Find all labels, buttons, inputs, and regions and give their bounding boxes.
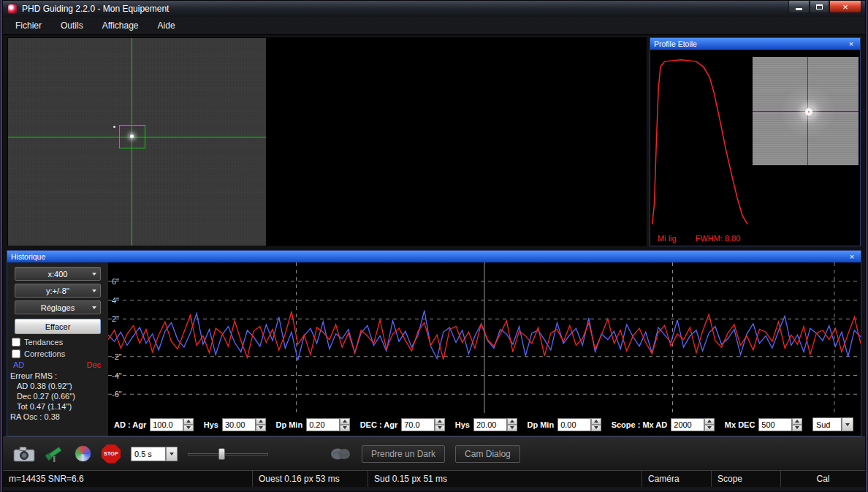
spin-up-button[interactable] xyxy=(507,418,517,425)
slider-thumb[interactable] xyxy=(218,448,225,460)
camera-frame[interactable] xyxy=(8,38,266,246)
slider-track xyxy=(188,453,268,455)
chevron-down-icon xyxy=(92,306,96,309)
tendances-checkbox[interactable] xyxy=(12,338,20,347)
spin-up-button[interactable] xyxy=(256,418,266,425)
spinner-value[interactable]: 500 xyxy=(758,418,792,431)
history-panel-titlebar[interactable]: Historique × xyxy=(7,251,861,262)
guide-star[interactable] xyxy=(130,135,134,138)
status-camera: Caméra xyxy=(642,471,712,487)
profile-panel: Profile Etoile × Mi lig FWHM: 8.80 xyxy=(650,37,861,246)
menu-fichier[interactable]: Fichier xyxy=(6,17,51,34)
param-label: Hys xyxy=(455,420,470,429)
menu-outils[interactable]: Outils xyxy=(51,17,93,34)
combo-dropdown-button[interactable] xyxy=(166,447,178,461)
spinner-value[interactable]: 30.00 xyxy=(222,418,256,431)
spin-up-button[interactable] xyxy=(704,418,715,425)
app-icon xyxy=(7,4,18,14)
camera-connect-button[interactable] xyxy=(13,446,35,462)
reglages-label: Réglages xyxy=(41,303,75,312)
dec-hys-spinner[interactable]: 20.00 xyxy=(473,418,517,431)
minimize-button[interactable] xyxy=(788,1,810,13)
x-scale-select[interactable]: x:400 xyxy=(15,267,101,281)
mx-dec-spinner[interactable]: 500 xyxy=(758,418,802,431)
spinner-value[interactable]: 100.0 xyxy=(150,418,183,431)
spin-up-button[interactable] xyxy=(792,418,802,425)
status-cal: Cal xyxy=(781,471,865,487)
history-panel: Historique × x:400 y:+/-8'' Réglages Eff xyxy=(7,250,861,436)
effacer-button[interactable]: Effacer xyxy=(15,319,101,334)
corrections-checkbox[interactable] xyxy=(12,349,20,358)
spin-down-button[interactable] xyxy=(591,425,601,431)
status-west: Ouest 0.16 px 53 ms xyxy=(253,471,368,487)
spinner-value[interactable]: 0.20 xyxy=(306,418,340,431)
chevron-down-icon xyxy=(92,273,96,276)
spin-down-button[interactable] xyxy=(792,425,802,431)
spin-up-button[interactable] xyxy=(435,418,445,425)
y-scale-select[interactable]: y:+/-8'' xyxy=(15,284,101,298)
close-button[interactable]: × xyxy=(829,1,861,13)
ad-dpmin-spinner[interactable]: 0.20 xyxy=(306,418,350,431)
maximize-button[interactable] xyxy=(810,1,829,13)
ad-agr-spinner[interactable]: 100.0 xyxy=(150,418,194,431)
mx-ad-spinner[interactable]: 2000 xyxy=(671,418,715,431)
guide-image-area[interactable] xyxy=(7,37,647,246)
telescope-connect-button[interactable] xyxy=(45,445,64,463)
y-scale-label: y:+/-8'' xyxy=(46,287,69,295)
cam-dialog-button[interactable]: Cam Dialog xyxy=(455,445,520,463)
spin-down-button[interactable] xyxy=(435,425,445,431)
spin-down-button[interactable] xyxy=(704,425,715,431)
spin-up-button[interactable] xyxy=(183,418,194,425)
guide-params-row: AD : Agr 100.0 Hys 30.00 xyxy=(108,413,861,436)
advanced-settings-button[interactable] xyxy=(330,447,351,461)
param-mx-ad: Scope : Mx AD 2000 xyxy=(612,418,715,431)
chevron-down-icon xyxy=(170,453,174,455)
cam-dialog-label: Cam Dialog xyxy=(465,449,511,459)
exposure-select[interactable]: 0.5 s xyxy=(131,447,178,461)
spinner-value[interactable]: 20.00 xyxy=(473,418,507,431)
corrections-label: Corrections xyxy=(24,349,65,358)
take-dark-button[interactable]: Prendre un Dark xyxy=(362,445,445,463)
reglages-select[interactable]: Réglages xyxy=(15,300,101,314)
gamma-slider[interactable] xyxy=(188,447,268,461)
ra-osc: RA Osc : 0.38 xyxy=(10,412,105,422)
menu-affichage[interactable]: Affichage xyxy=(93,17,148,34)
history-main: 6" 4" 2" -2" -4" -6" AD : Agr 100.0 xyxy=(108,262,861,436)
guide-button[interactable] xyxy=(75,445,91,462)
history-content: x:400 y:+/-8'' Réglages Effacer Tendance… xyxy=(7,262,861,436)
ad-hys-spinner[interactable]: 30.00 xyxy=(222,418,266,431)
spin-up-button[interactable] xyxy=(591,418,601,425)
brain-icon xyxy=(330,447,351,461)
history-panel-close-button[interactable]: × xyxy=(847,252,857,262)
status-star-stats: m=14435 SNR=6.6 xyxy=(3,471,253,487)
dec-agr-spinner[interactable]: 70.0 xyxy=(401,418,445,431)
dec-guide-mode-select[interactable]: Sud xyxy=(812,417,853,431)
spinner-value[interactable]: 0.00 xyxy=(557,418,591,431)
profile-panel-titlebar[interactable]: Profile Etoile × xyxy=(650,38,860,50)
spinner-value[interactable]: 70.0 xyxy=(401,418,435,431)
y-tick-n4: -4" xyxy=(112,371,122,380)
legend-dec: Dec xyxy=(86,360,101,369)
star-thumbnail xyxy=(753,57,859,165)
rms-title: Erreur RMS : xyxy=(10,371,105,381)
title-bar: PHD Guiding 2.2.0 - Mon Equipement × xyxy=(3,1,865,17)
history-panel-title: Historique xyxy=(11,252,847,261)
spin-down-button[interactable] xyxy=(340,425,350,431)
stop-button[interactable]: STOP xyxy=(102,444,121,463)
status-south: Sud 0.15 px 51 ms xyxy=(368,471,642,487)
corrections-row: Corrections xyxy=(12,349,104,358)
spin-down-button[interactable] xyxy=(507,425,517,431)
combo-dropdown-button[interactable] xyxy=(842,417,853,431)
effacer-label: Effacer xyxy=(45,322,71,331)
spin-down-button[interactable] xyxy=(183,425,194,431)
profile-panel-close-button[interactable]: × xyxy=(846,39,856,49)
menu-aide[interactable]: Aide xyxy=(148,17,185,34)
dec-dpmin-spinner[interactable]: 0.00 xyxy=(557,418,601,431)
param-ad-hys: Hys 30.00 xyxy=(204,418,266,431)
spin-up-button[interactable] xyxy=(340,418,350,425)
param-label: DEC : Agr xyxy=(360,420,398,429)
param-label: Dp Min xyxy=(275,420,302,429)
param-dec-dpmin: Dp Min 0.00 xyxy=(527,418,601,431)
spin-down-button[interactable] xyxy=(256,425,266,431)
spinner-value[interactable]: 2000 xyxy=(671,418,704,431)
